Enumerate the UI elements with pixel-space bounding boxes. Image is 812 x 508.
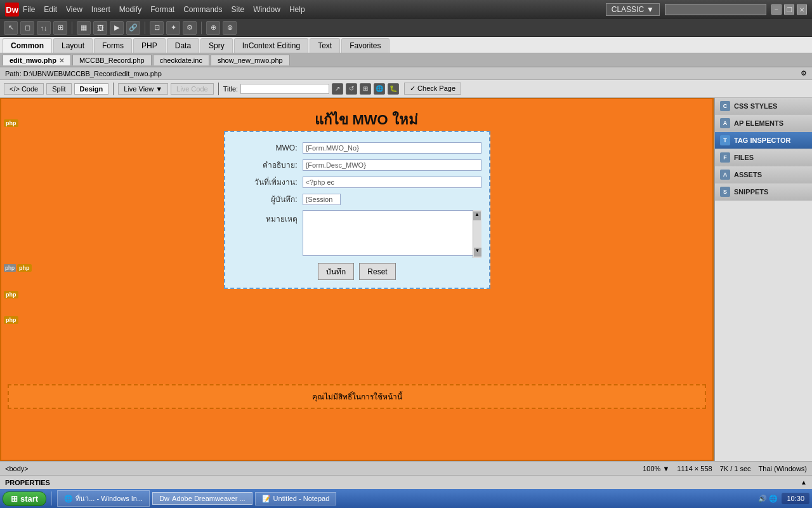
panel-css-styles[interactable]: C CSS STYLES <box>715 98 812 115</box>
tab-favorites[interactable]: Favorites <box>341 38 389 53</box>
page-heading: แก้ไข MWO ใหม่ <box>20 99 712 131</box>
tab-forms[interactable]: Forms <box>94 38 132 53</box>
reset-button[interactable]: Reset <box>359 263 395 280</box>
code-view-button[interactable]: </> Code <box>4 83 44 95</box>
tab-incontext[interactable]: InContext Editing <box>234 38 308 53</box>
menu-window[interactable]: Window <box>253 5 280 14</box>
scroll-down-arrow[interactable]: ▼ <box>474 248 481 257</box>
menu-format[interactable]: Format <box>150 5 174 14</box>
textarea-notes[interactable] <box>303 210 481 256</box>
debug-icon[interactable]: 🐛 <box>388 83 399 95</box>
title-bar-left: Dw File Edit View Insert Modify Format C… <box>5 3 305 17</box>
page-title-input[interactable] <box>240 84 329 94</box>
save-button[interactable]: บันทึก <box>318 263 354 280</box>
tab-php[interactable]: PHP <box>133 38 166 53</box>
notice-box: คุณไม่มีสิทธิ์ในการใช้หน้านี้ <box>8 384 706 409</box>
panel-files[interactable]: F FILES <box>715 149 812 166</box>
form-row-textarea: หมายเหตุ ▲ ▼ <box>233 210 481 258</box>
label-mwo: MWO: <box>233 144 303 152</box>
toolbar-browse[interactable]: ◻ <box>20 21 34 35</box>
tab-text[interactable]: Text <box>310 38 340 53</box>
toolbar-media[interactable]: ▶ <box>110 21 124 35</box>
files-icon: F <box>720 152 730 163</box>
start-button[interactable]: ⊞ start <box>3 491 46 506</box>
tab-layout[interactable]: Layout <box>53 38 93 53</box>
design-view-button[interactable]: Design <box>74 83 109 95</box>
refresh-icon[interactable]: ↺ <box>346 83 357 95</box>
file-tab-mccbb[interactable]: MCCBB_Record.php <box>72 55 152 65</box>
zoom-level: 100% ▼ <box>643 465 669 472</box>
css-styles-icon: C <box>720 101 730 111</box>
form-row-session: ผู้บันทึก: <box>233 193 481 205</box>
encoding-display: Thai (Windows) <box>759 465 807 472</box>
tab-data[interactable]: Data <box>167 38 199 53</box>
workspace-switcher[interactable]: CLASSIC ▼ <box>606 3 660 16</box>
toolbar-misc2[interactable]: ⊗ <box>223 21 237 35</box>
php-marker-3: php <box>4 290 18 298</box>
panel-ap-elements[interactable]: A AP ELEMENTS <box>715 115 812 132</box>
properties-bar: PROPERTIES ▲ <box>0 475 812 489</box>
tab-common[interactable]: Common <box>3 38 52 53</box>
tab-spry[interactable]: Spry <box>200 38 233 53</box>
path-options-icon[interactable]: ⚙ <box>801 69 807 77</box>
minimize-button[interactable]: − <box>771 4 782 15</box>
toolbar-behaviors[interactable]: ⚙ <box>183 21 197 35</box>
menu-modify[interactable]: Modify <box>119 5 141 14</box>
toolbar-insert-div[interactable]: ⊡ <box>150 21 164 35</box>
live-view-button[interactable]: Live View ▼ <box>118 83 168 95</box>
scroll-up-arrow[interactable]: ▲ <box>473 211 481 220</box>
live-code-button[interactable]: Live Code <box>171 83 214 95</box>
file-close-icon[interactable]: ✕ <box>59 57 64 64</box>
menu-site[interactable]: Site <box>232 5 245 14</box>
panel-snippets[interactable]: S SNIPPETS <box>715 184 812 201</box>
taskbar-item-dreamweaver[interactable]: Dw Adobe Dreamweaver ... <box>152 492 252 505</box>
taskbar-item-notepad[interactable]: 📝 Untitled - Notepad <box>255 492 337 505</box>
input-mwo[interactable] <box>303 142 481 154</box>
file-tab-edit-mwo[interactable]: edit_mwo.php ✕ <box>3 55 71 65</box>
split-view-button[interactable]: Split <box>46 83 71 95</box>
assets-icon: A <box>720 170 730 180</box>
toolbar-link[interactable]: 🔗 <box>126 21 140 35</box>
check-page-button[interactable]: ✓ Check Page <box>404 83 461 95</box>
file-management-icon[interactable]: ⊞ <box>360 83 371 95</box>
toolbar-misc1[interactable]: ⊕ <box>206 21 220 35</box>
html-tag-status: <body> <box>5 465 29 472</box>
panel-assets[interactable]: A ASSETS <box>715 166 812 184</box>
form-row-date: วันที่เพิ่มงาน: <box>233 176 481 188</box>
toolbar-table2[interactable]: ▦ <box>77 21 91 35</box>
app-logo: Dw <box>5 3 19 17</box>
php-marker-4: php <box>4 315 18 324</box>
toolbar-ftp[interactable]: ↑↓ <box>37 21 51 35</box>
page-title-text: แก้ไข MWO ใหม่ <box>315 112 417 128</box>
toolbar-table[interactable]: ⊞ <box>53 21 67 35</box>
insert-panel-tabs: Common Layout Forms PHP Data Spry InCont… <box>0 37 812 53</box>
start-icon: ⊞ <box>11 494 18 504</box>
file-tab-show-new[interactable]: show_new_mwo.php <box>211 55 290 65</box>
close-button[interactable]: ✕ <box>797 4 807 15</box>
file-tab-checkdate[interactable]: checkdate.inc <box>153 55 209 65</box>
input-desc[interactable] <box>303 159 481 171</box>
input-date[interactable] <box>303 177 481 188</box>
toolbar-select[interactable]: ↖ <box>4 21 18 35</box>
toolbar-image[interactable]: 🖼 <box>93 21 107 35</box>
panel-tag-inspector[interactable]: T TAG INSPECTOR <box>715 132 812 149</box>
menu-insert[interactable]: Insert <box>91 5 110 14</box>
menu-edit[interactable]: Edit <box>44 5 57 14</box>
menu-bar[interactable]: File Edit View Insert Modify Format Comm… <box>23 5 305 14</box>
textarea-container: ▲ ▼ <box>303 210 481 258</box>
right-panel: C CSS STYLES A AP ELEMENTS T TAG INSPECT… <box>714 98 812 461</box>
snippets-icon: S <box>720 187 730 197</box>
search-input[interactable] <box>665 4 766 15</box>
preview-icon[interactable]: 🌐 <box>374 83 385 95</box>
browse-file-icon[interactable]: ↗ <box>332 83 343 95</box>
input-session[interactable] <box>303 194 341 205</box>
properties-expand-icon[interactable]: ▲ <box>801 479 807 486</box>
taskbar-item-windows[interactable]: 🌐 ที่นา... - Windows In... <box>57 490 150 507</box>
menu-file[interactable]: File <box>23 5 35 14</box>
menu-help[interactable]: Help <box>289 5 305 14</box>
toolbar-css[interactable]: ✦ <box>166 21 180 35</box>
textarea-scrollbar: ▲ ▼ <box>473 210 481 258</box>
menu-view[interactable]: View <box>66 5 82 14</box>
restore-button[interactable]: ❐ <box>784 4 794 15</box>
menu-commands[interactable]: Commands <box>183 5 222 14</box>
